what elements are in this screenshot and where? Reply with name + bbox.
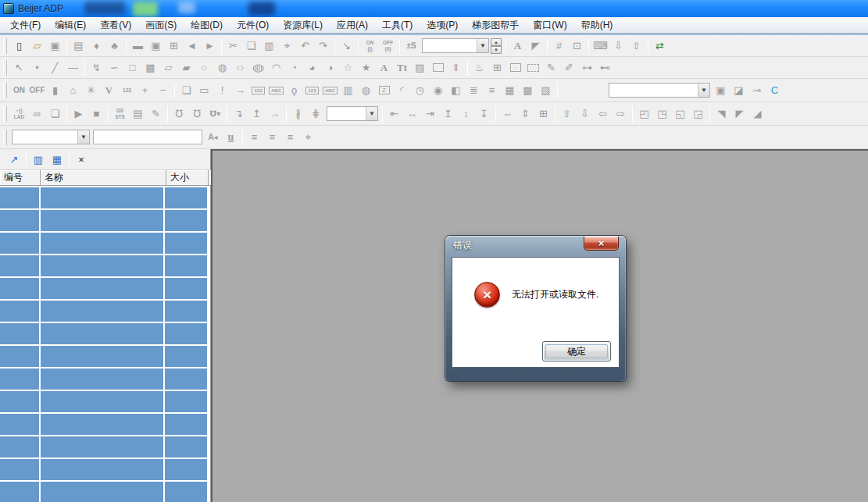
polyline-tool[interactable]: ↯ [88, 59, 105, 77]
state-on-button[interactable]: ON (|) [361, 37, 379, 55]
table-row[interactable] [0, 278, 210, 299]
menu-window[interactable]: 窗口(W) [526, 17, 573, 33]
round-indicator-button[interactable]: ◉ [429, 82, 447, 99]
title-bar[interactable]: Beijer ADP [0, 0, 868, 17]
menu-help[interactable]: 帮助(H) [574, 17, 620, 33]
column-header-number[interactable]: 编号 [0, 170, 41, 186]
table-cell-number[interactable] [0, 368, 41, 390]
menu-edit[interactable]: 编辑(E) [48, 17, 93, 33]
font-download-button[interactable]: ⌨ [591, 37, 609, 55]
table-cell-number[interactable] [0, 482, 41, 502]
table-cell-name[interactable] [41, 368, 165, 390]
text-input[interactable] [93, 130, 202, 144]
table-cell-number[interactable] [0, 278, 41, 299]
table-row[interactable] [0, 301, 210, 322]
pages-copy-button[interactable]: ❏ [46, 105, 64, 123]
table-cell-name[interactable] [41, 346, 165, 367]
same-height-button[interactable]: ⇕ [516, 105, 534, 123]
table-cell-size[interactable] [165, 278, 207, 299]
forward-button[interactable]: ► [201, 37, 219, 55]
properties-button[interactable]: ▤ [70, 37, 88, 55]
open-macro-button[interactable]: ▭ [195, 82, 213, 99]
indicator-element-button[interactable]: ✳ [82, 82, 100, 99]
pie-tool[interactable]: ◕ [303, 59, 321, 77]
clock-element-button[interactable]: ◷ [411, 82, 429, 99]
wire-up-button[interactable]: ↥ [248, 105, 266, 123]
dash-frame-tool[interactable] [524, 59, 542, 77]
nudge-down-button[interactable]: ⇩ [576, 105, 594, 123]
table-cell-number[interactable] [0, 346, 41, 367]
screen-edit-button[interactable]: ✎ [147, 105, 165, 123]
state-link-button[interactable]: ⊸ [748, 82, 766, 99]
screen-button[interactable]: ▬ [129, 37, 147, 55]
scale-tool[interactable]: ǁ [447, 59, 465, 77]
nudge-up-button[interactable]: ⇧ [558, 105, 576, 123]
find-button[interactable]: ⌖ [278, 37, 296, 55]
table-row[interactable] [0, 210, 210, 231]
table-cell-name[interactable] [41, 210, 165, 231]
circle-tool[interactable]: ○ [195, 59, 213, 77]
table-row[interactable] [0, 391, 210, 412]
menu-tool[interactable]: 工具(T) [375, 17, 420, 33]
ascii-entry-button[interactable]: ABC [267, 82, 285, 99]
brush-style-tool[interactable]: ✐ [560, 59, 578, 77]
diagonal-arrow-button[interactable]: ↘ [338, 37, 355, 55]
text-align-right-button[interactable]: ≡ [281, 129, 299, 146]
table-row[interactable] [0, 346, 210, 367]
stamp-tool[interactable]: ♨ [470, 59, 488, 77]
contact-open-button[interactable]: ∦ [289, 105, 307, 123]
redo-button[interactable]: ↷ [314, 37, 332, 55]
table-cell-number[interactable] [0, 187, 41, 208]
table-cell-size[interactable] [165, 436, 207, 457]
state-off-button[interactable]: OFF (0) [379, 37, 397, 55]
table-cell-number[interactable] [0, 323, 41, 344]
state-frame-button[interactable]: ◪ [730, 82, 748, 99]
close-icon[interactable]: × [584, 237, 619, 251]
dot-frame-tool[interactable]: · [506, 59, 524, 77]
pattern-element-button[interactable]: ▩ [519, 82, 537, 99]
ok-button[interactable]: 确定 [542, 341, 611, 361]
table-cell-number[interactable] [0, 255, 41, 276]
save-button[interactable]: ▣ [46, 37, 64, 55]
state-combo[interactable]: ▼ [422, 38, 489, 53]
grid-settings-button[interactable]: ⊡ [568, 37, 586, 55]
filled-rect-tool[interactable]: ▩ [141, 59, 159, 77]
off-element-button[interactable]: OFF [28, 82, 46, 99]
table-cell-name[interactable] [41, 482, 165, 502]
bar-element-button[interactable]: ▥ [339, 82, 357, 99]
numeric-entry-button[interactable]: 123 [249, 82, 267, 99]
column-header-size[interactable]: 大小 [166, 170, 209, 186]
list-element-button[interactable]: ≣ [465, 82, 483, 99]
table-row[interactable] [0, 368, 210, 390]
nudge-left-button[interactable]: ⇦ [594, 105, 612, 123]
list2-element-button[interactable]: ≡ [483, 82, 501, 99]
thumbnail-view-button[interactable]: ▦ [48, 151, 66, 168]
table-cell-size[interactable] [165, 368, 207, 390]
state-spinner-up[interactable]: ▲ [491, 38, 502, 46]
chord-tool[interactable]: ◔ [285, 59, 303, 77]
table-cell-size[interactable] [165, 255, 207, 276]
table-cell-number[interactable] [0, 233, 41, 254]
table-row[interactable] [0, 436, 210, 457]
open-file-button[interactable]: ▱ [28, 37, 46, 55]
component-library-button[interactable]: C [766, 82, 784, 99]
point-tool[interactable]: • [28, 59, 46, 77]
grid-button[interactable]: # [550, 37, 568, 55]
lad-view-button[interactable]: ⌐() LAD [10, 105, 28, 123]
contact-closed-button[interactable]: ⋕ [307, 105, 325, 123]
upload-button[interactable]: ⇧ [627, 37, 645, 55]
download-button[interactable]: ⇩ [609, 37, 627, 55]
state-spinner[interactable]: ▲▼ [491, 38, 502, 54]
text-attribute-button[interactable]: A [509, 37, 527, 55]
tile-view-button[interactable]: ⊞ [165, 37, 183, 55]
keypad-element-button[interactable]: ▦ [501, 82, 519, 99]
device-combo[interactable]: ▼ [327, 106, 378, 121]
align-center-button[interactable]: ↔ [403, 105, 421, 123]
filled-ellipse-tool[interactable]: ◍ [245, 59, 270, 77]
text-align-left-button[interactable]: ≡ [245, 129, 263, 146]
star-tool[interactable]: ☆ [339, 59, 357, 77]
align-right-button[interactable]: ⇥ [421, 105, 439, 123]
switch-element-button[interactable]: ▮ [46, 82, 64, 99]
table-cell-name[interactable] [41, 278, 165, 299]
table-tool[interactable]: ⊞ [488, 59, 506, 77]
